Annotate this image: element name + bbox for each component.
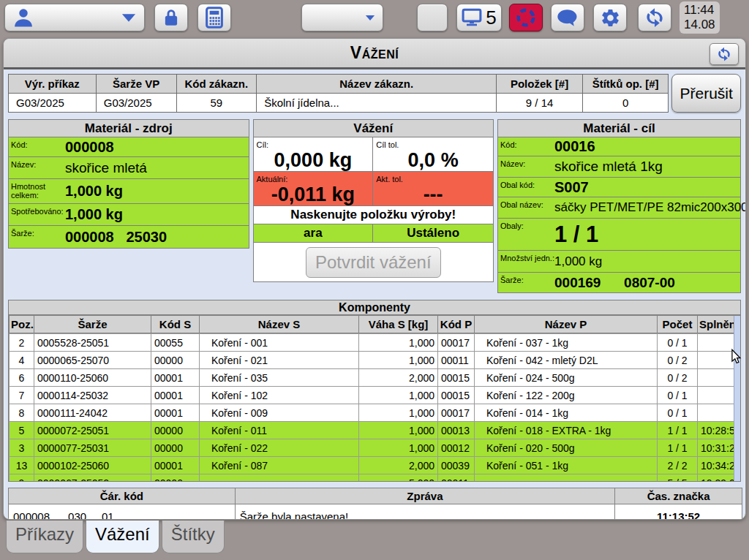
interrupt-button[interactable]: Přerušit <box>671 74 741 113</box>
actual-tolerance-cell: Akt. tol. --- <box>373 172 493 206</box>
field-label: Spotřebováno: <box>11 205 65 216</box>
field-label: Cíl tol. <box>376 138 490 149</box>
order-table: Výr. příkaz Šarže VP Kód zákazn. Název z… <box>8 74 669 113</box>
vyr-prikaz-value: G03/2025 <box>9 94 97 113</box>
source-sarze-value: 000008 25030 <box>65 229 167 246</box>
vertical-scrollbar[interactable] <box>734 316 740 481</box>
component-row-done[interactable]: 50000072-2505100000Koření - 0111,0000001… <box>10 422 740 439</box>
target-weight-value: 0,000 kg <box>257 149 370 171</box>
timestamp-header: Čas. značka <box>615 488 742 504</box>
refresh-icon <box>716 46 732 62</box>
components-header-table: Poz. Šarže Kód S Název S Váha S [kg] Kód… <box>9 315 740 333</box>
source-kod-value: 000008 <box>65 139 114 156</box>
col-stitku-op: Štítků op. [#] <box>582 75 669 94</box>
component-row-done[interactable]: 130000102-2506000001Koření - 0872,000000… <box>10 457 740 474</box>
order-info-section: Výr. příkaz Šarže VP Kód zákazn. Název z… <box>8 74 741 113</box>
actual-tolerance-value: --- <box>376 183 490 205</box>
component-row[interactable]: 60000110-2506000001Koření - 0352,0000001… <box>10 369 740 387</box>
chat-bubble-icon <box>557 9 579 27</box>
field-label: Název: <box>11 158 65 169</box>
col-kod-p: Kód P <box>438 316 475 333</box>
target-tolerance-value: 0,0 % <box>376 149 490 171</box>
target-sarze-value: 000169 0807-00 <box>554 275 675 291</box>
sarze-vp-value: G03/2025 <box>96 94 176 113</box>
message-header: Zpráva <box>235 488 614 504</box>
tab-stitky[interactable]: Štítky <box>162 521 225 553</box>
field-label: Hmotnost celkem: <box>11 180 65 200</box>
target-nazev-value: skořice mletá 1kg <box>554 159 663 175</box>
tab-vazeni[interactable]: Vážení <box>86 521 159 553</box>
source-nazev-value: skořice mletá <box>65 160 147 176</box>
col-kod-zakazn: Kód zákazn. <box>176 75 257 94</box>
confirm-weighing-button[interactable]: Potvrdit vážení <box>306 247 441 278</box>
tare-status: ara <box>254 224 374 242</box>
clock-display: 11:44 14.08 <box>680 1 720 34</box>
sync-button[interactable] <box>638 4 671 31</box>
user-icon <box>12 7 34 29</box>
panel-title: Materiál - zdroj <box>9 120 249 137</box>
panel-title: Vážení <box>254 120 494 137</box>
kod-zakazn-value: 59 <box>176 94 257 113</box>
components-data-table: 20005528-2505100055Koření - 0011,0000001… <box>9 333 740 481</box>
settings-button[interactable] <box>593 4 627 31</box>
components-section: Komponenty Poz. Šarže Kód S Název S Váha… <box>8 300 741 482</box>
monitor-icon <box>462 8 482 27</box>
target-tolerance-cell: Cíl tol. 0,0 % <box>373 137 493 172</box>
target-weight-cell: Cíl: 0,000 kg <box>254 137 374 172</box>
col-sarze: Šarže <box>34 316 151 333</box>
message-bar: Čár. kód Zpráva Čas. značka 000008 030 0… <box>8 488 741 520</box>
col-vaha-s: Váha S [kg] <box>359 316 438 333</box>
field-label: Množství jedn.: <box>500 251 554 262</box>
barcode-value: 000008 030 01 <box>9 504 236 521</box>
col-nazev-p: Název P <box>475 316 658 333</box>
barcode-header: Čár. kód <box>9 488 236 504</box>
col-nazev-zakazn: Název zákazn. <box>257 75 497 94</box>
lock-button[interactable] <box>154 4 188 31</box>
lock-icon <box>162 7 181 28</box>
component-row[interactable]: 20005528-2505100055Koření - 0011,0000001… <box>10 334 740 352</box>
blank-button[interactable] <box>417 4 448 31</box>
user-dropdown[interactable] <box>4 4 145 31</box>
target-kod-value: 00016 <box>554 138 595 155</box>
component-row-done[interactable]: 90000067-25052000005,000000115 / 510:39:… <box>10 474 740 482</box>
calculator-button[interactable] <box>197 4 231 31</box>
chevron-down-icon <box>121 13 137 23</box>
tab-prikazy[interactable]: Příkazy <box>6 521 83 553</box>
polozek-value: 9 / 14 <box>497 94 583 113</box>
field-label: Obal název: <box>500 198 554 209</box>
panels-section: Materiál - zdroj Kód:000008 Název:skořic… <box>8 119 741 293</box>
chevron-down-icon <box>365 15 375 21</box>
order-table-header-row: Výr. příkaz Šarže VP Kód zákazn. Název z… <box>9 75 669 94</box>
components-title: Komponenty <box>9 300 740 315</box>
mnozstvi-value: 1,000 kg <box>554 254 602 269</box>
chat-button[interactable] <box>551 4 584 31</box>
refresh-icon <box>644 7 666 29</box>
field-label: Kód: <box>11 138 65 149</box>
component-row[interactable]: 40000065-2507000000Koření - 0211,0000001… <box>10 352 740 369</box>
field-label: Cíl: <box>257 138 370 149</box>
component-row[interactable]: 80000111-2404200001Koření - 0091,0000001… <box>10 404 740 422</box>
component-row[interactable]: 70000114-2503200001Koření - 1021,0000001… <box>10 387 740 404</box>
obaly-count-value: 1 / 1 <box>554 222 598 248</box>
field-label: Kód: <box>500 138 554 149</box>
field-label: Šarže: <box>11 227 65 238</box>
top-toolbar: 5 11:44 14.08 <box>0 0 749 35</box>
col-kod-s: Kód S <box>151 316 200 333</box>
obal-kod-value: S007 <box>554 179 589 196</box>
field-label: Aktuální: <box>257 173 370 183</box>
actual-weight-cell: Aktuální: -0,011 kg <box>254 172 374 206</box>
selection-dropdown[interactable] <box>301 4 383 31</box>
monitor-button[interactable]: 5 <box>456 4 502 31</box>
clock-date: 14.08 <box>684 18 715 32</box>
obal-nazev-value: sáčky PET/MET/PE 82mic200x300. <box>554 200 746 215</box>
col-vyr-prikaz: Výr. příkaz <box>9 75 97 94</box>
refresh-button[interactable] <box>710 43 739 65</box>
titlebar: Vážení <box>4 39 745 69</box>
component-row-done[interactable]: 30000077-2503100000Koření - 0221,0000001… <box>10 439 740 457</box>
source-hmotnost-value: 1,000 kg <box>65 183 123 200</box>
bottom-tab-bar: Příkazy Vážení Štítky <box>6 521 225 553</box>
col-poz: Poz. <box>10 316 34 333</box>
stop-button[interactable] <box>509 4 543 31</box>
components-body: 20005528-2505100055Koření - 0011,0000001… <box>9 333 740 481</box>
field-label: Název: <box>500 157 554 168</box>
